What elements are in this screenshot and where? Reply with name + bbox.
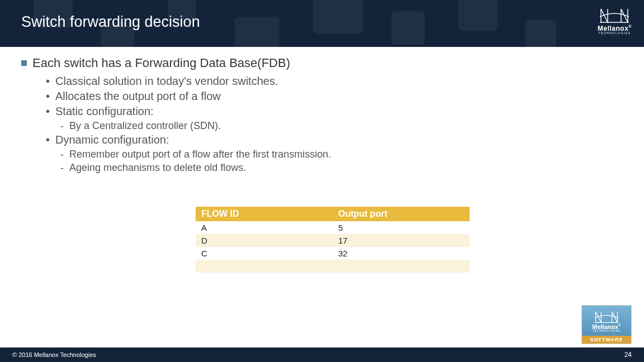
bullet-lvl3: -Remember output port of a flow after th…: [60, 149, 623, 161]
dot-bullet-icon: •: [46, 90, 50, 102]
dash-bullet-icon: -: [60, 120, 64, 132]
lvl2-text: Allocates the output port of a flow: [55, 90, 221, 103]
square-bullet-icon: [21, 60, 27, 66]
dash-bullet-icon: -: [60, 149, 64, 161]
lvl2-text: Classical solution in today's vendor swi…: [55, 75, 278, 88]
fdb-table: FLOW ID Output port A5 D17 C32: [196, 207, 470, 285]
slide: Switch forwarding decision Mellanox® TEC…: [0, 0, 644, 362]
lvl2-text: Dynamic configuration:: [55, 134, 169, 146]
cell-flowid: D: [196, 234, 333, 247]
bullet-lvl3: -Ageing mechanisms to delete old flows.: [60, 162, 623, 174]
dot-bullet-icon: •: [46, 105, 50, 117]
brand-sub: TECHNOLOGIES: [593, 330, 621, 333]
dash-bullet-icon: -: [60, 162, 64, 174]
brand-text: Mellanox: [592, 323, 618, 330]
cell-flowid: [196, 260, 333, 273]
page-title: Switch forwarding decision: [21, 13, 200, 31]
table-row: D17: [196, 234, 470, 247]
page-number: 24: [624, 351, 632, 359]
table-row: [196, 273, 470, 285]
table-row: A5: [196, 221, 470, 234]
lvl3-text: Ageing mechanisms to delete old flows.: [69, 162, 246, 174]
bullet-lvl2: •Dynamic configuration:: [46, 134, 623, 146]
brand-logo-top: Mellanox® TECHNOLOGIES: [598, 6, 632, 35]
col-header-flowid: FLOW ID: [196, 207, 333, 221]
lvl3-text: Remember output port of a flow after the…: [69, 149, 331, 160]
cell-outputport: 32: [333, 247, 470, 260]
brand-sub: TECHNOLOGIES: [598, 32, 632, 35]
lvl1-text: Each switch has a Forwarding Data Base(F…: [32, 56, 290, 70]
bullet-lvl2: •Allocates the output port of a flow: [46, 90, 623, 103]
bg-decor: [391, 11, 425, 45]
bridge-icon: [593, 309, 620, 323]
dot-bullet-icon: •: [46, 75, 50, 87]
cell-outputport: [333, 260, 470, 273]
content-area: Each switch has a Forwarding Data Base(F…: [21, 56, 623, 175]
lvl3-text: By a Centralized controller (SDN).: [69, 120, 221, 132]
brand-logo-software: Mellanox® TECHNOLOGIES SOFTWARE: [581, 305, 632, 344]
footer-bar: © 2016 Mellanox Technologies 24: [0, 347, 644, 362]
bullet-lvl3: -By a Centralized controller (SDN).: [60, 120, 623, 132]
cell-flowid: A: [196, 221, 333, 234]
bullet-lvl2: •Static configuration:: [46, 105, 623, 118]
logo-soft-inner: Mellanox® TECHNOLOGIES: [592, 306, 621, 336]
bullet-lvl1: Each switch has a Forwarding Data Base(F…: [21, 56, 623, 70]
table-row: [196, 260, 470, 273]
table-header-row: FLOW ID Output port: [196, 207, 470, 221]
cell-flowid: C: [196, 247, 333, 260]
dot-bullet-icon: •: [46, 134, 50, 146]
software-label: SOFTWARE: [582, 336, 631, 344]
brand-name: Mellanox®: [592, 323, 621, 330]
cell-outputport: 17: [333, 234, 470, 247]
header-bar: Switch forwarding decision Mellanox® TEC…: [0, 0, 644, 47]
lvl2-text: Static configuration:: [55, 105, 154, 118]
bridge-icon: [599, 6, 630, 23]
bg-decor: [458, 0, 498, 31]
table: FLOW ID Output port A5 D17 C32: [196, 207, 470, 285]
bg-decor: [235, 17, 280, 47]
table-row: C32: [196, 247, 470, 260]
cell-outputport: [333, 273, 470, 285]
bg-decor: [525, 20, 556, 47]
cell-flowid: [196, 273, 333, 285]
bg-decor: [313, 0, 363, 34]
cell-outputport: 5: [333, 221, 470, 234]
copyright-text: © 2016 Mellanox Technologies: [12, 351, 96, 358]
col-header-outputport: Output port: [333, 207, 470, 221]
bullet-lvl2: •Classical solution in today's vendor sw…: [46, 75, 623, 88]
